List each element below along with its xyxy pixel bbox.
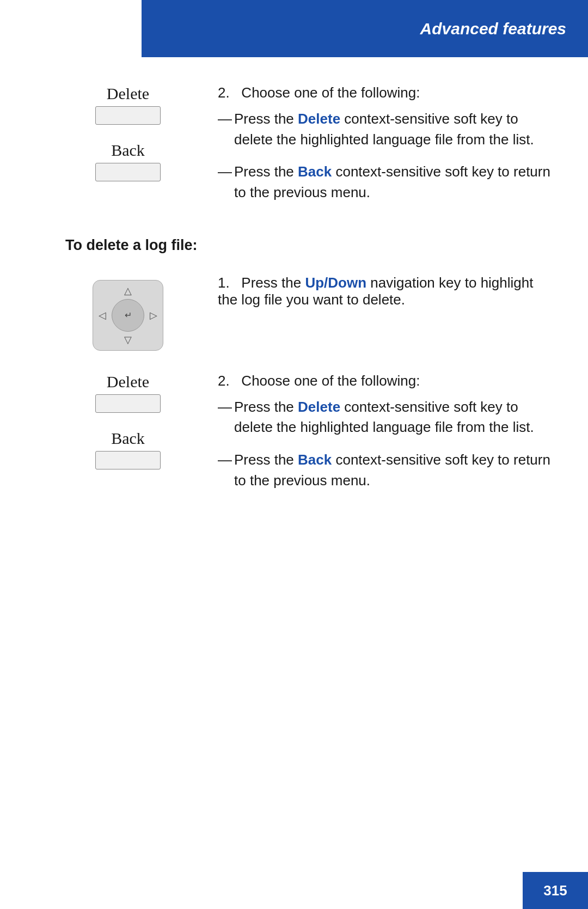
keyword-updown: Up/Down	[305, 274, 366, 291]
section2: △ ▽ ◁ ▷ ↵ 1. Press the Up/Down navigatio…	[33, 274, 555, 351]
keyword-delete-2: Delete	[298, 399, 340, 415]
nav-key-col: △ ▽ ◁ ▷ ↵	[65, 274, 191, 351]
bullet-item: Press the Back context-sensitive soft ke…	[218, 162, 555, 203]
section1-instructions: 2. Choose one of the following: Press th…	[191, 84, 555, 215]
back-label-1: Back	[111, 141, 145, 160]
keyword-delete-1: Delete	[298, 111, 340, 127]
bullet-item: Press the Delete context-sensitive soft …	[218, 397, 555, 438]
page-number: 315	[543, 882, 567, 899]
section3-softkeys: Delete Back	[65, 373, 191, 503]
section1: Delete Back 2. Choose one of the followi…	[33, 84, 555, 215]
nav-key-widget[interactable]: △ ▽ ◁ ▷ ↵	[93, 280, 163, 351]
nav-arrow-left: ◁	[99, 310, 106, 320]
keyword-back-2: Back	[298, 452, 332, 468]
page-number-box: 315	[523, 872, 588, 909]
step-number-1: 2. Choose one of the following:	[218, 84, 555, 101]
back-box-2[interactable]	[95, 451, 161, 469]
nav-arrow-right: ▷	[150, 310, 157, 320]
header-title: Advanced features	[420, 20, 566, 38]
bullet-list-1: Press the Delete context-sensitive soft …	[218, 109, 555, 203]
delete-box-1[interactable]	[95, 106, 161, 125]
bullet-item: Press the Delete context-sensitive soft …	[218, 109, 555, 150]
keyword-back-1: Back	[298, 163, 332, 180]
section-heading: To delete a log file:	[33, 237, 555, 254]
delete-label-1: Delete	[107, 84, 149, 103]
step-number-2: 1. Press the Up/Down navigation key to h…	[218, 274, 555, 308]
delete-box-2[interactable]	[95, 394, 161, 413]
step-number-3: 2. Choose one of the following:	[218, 373, 555, 389]
main-content: Delete Back 2. Choose one of the followi…	[0, 57, 588, 541]
section2-instruction: 1. Press the Up/Down navigation key to h…	[191, 274, 555, 351]
back-label-2: Back	[111, 429, 145, 448]
header-bar: Advanced features	[142, 0, 588, 57]
section1-softkeys: Delete Back	[65, 84, 191, 215]
bullet-list-3: Press the Delete context-sensitive soft …	[218, 397, 555, 491]
section3-instructions: 2. Choose one of the following: Press th…	[191, 373, 555, 503]
nav-key-center: ↵	[112, 299, 144, 332]
nav-arrow-up: △	[124, 286, 132, 296]
section3: Delete Back 2. Choose one of the followi…	[33, 373, 555, 503]
nav-arrow-down: ▽	[124, 335, 132, 345]
delete-label-2: Delete	[107, 373, 149, 391]
bullet-item: Press the Back context-sensitive soft ke…	[218, 450, 555, 491]
back-box-1[interactable]	[95, 163, 161, 181]
